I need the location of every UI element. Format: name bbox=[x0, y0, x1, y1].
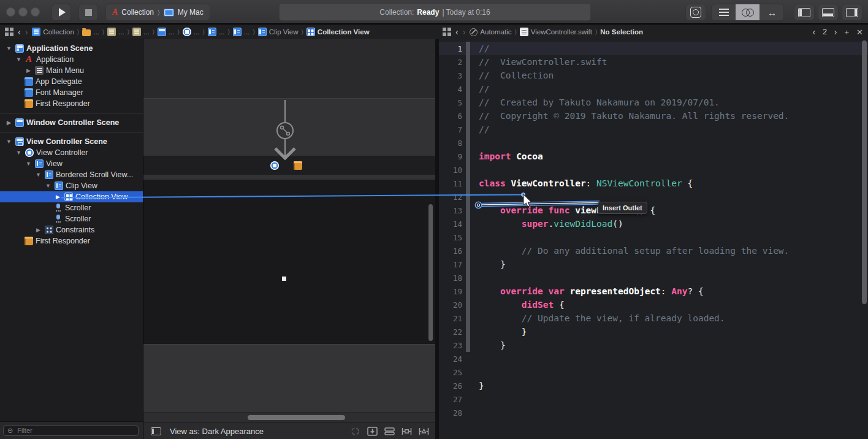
code-line[interactable]: 2// ViewController.swift bbox=[439, 55, 868, 69]
line-number[interactable]: 21 bbox=[439, 314, 466, 323]
line-number[interactable]: 10 bbox=[439, 166, 466, 175]
add-assistant-editor-button[interactable]: + bbox=[845, 28, 850, 37]
forward-button[interactable]: › bbox=[463, 27, 466, 37]
line-number[interactable]: 15 bbox=[439, 233, 466, 242]
toggle-debug-area-button[interactable] bbox=[818, 4, 839, 21]
code-line[interactable]: 11class ViewController: NSViewController… bbox=[439, 177, 868, 190]
back-button[interactable]: ‹ bbox=[455, 27, 459, 37]
add-constraints-icon[interactable] bbox=[402, 427, 412, 436]
outline-row-view-controller[interactable]: ▼View Controller bbox=[0, 147, 143, 158]
minimize-window-button[interactable] bbox=[18, 7, 28, 17]
outline-row-constraints[interactable]: ▶Constraints bbox=[0, 224, 143, 235]
outline-row-main-menu[interactable]: ▶Main Menu bbox=[0, 65, 143, 76]
line-number[interactable]: 18 bbox=[439, 273, 466, 283]
version-editor-button[interactable]: ↔ bbox=[760, 4, 783, 20]
disclosure-triangle-icon[interactable]: ▼ bbox=[5, 139, 13, 145]
outline-row-app-delegate[interactable]: App Delegate bbox=[0, 76, 143, 87]
outline-row-window-controller-scene[interactable]: ▶Window Controller Scene bbox=[0, 117, 143, 128]
code-line[interactable]: 21 // Update the view, if already loaded… bbox=[439, 311, 868, 325]
assistant-editor-button[interactable] bbox=[736, 4, 760, 20]
disclosure-triangle-icon[interactable]: ▼ bbox=[34, 172, 42, 178]
outline-row-clip-view[interactable]: ▼Clip View bbox=[0, 180, 143, 191]
line-number[interactable]: 25 bbox=[439, 368, 466, 377]
line-number[interactable]: 7 bbox=[439, 125, 466, 134]
disclosure-triangle-icon[interactable]: ▼ bbox=[25, 161, 32, 167]
disclosure-triangle-icon[interactable]: ▼ bbox=[5, 45, 13, 52]
align-constraints-icon[interactable] bbox=[419, 427, 429, 436]
code-line[interactable]: 10 bbox=[439, 163, 868, 177]
breadcrumb-item[interactable]: ... bbox=[132, 28, 150, 36]
disclosure-triangle-icon[interactable]: ▼ bbox=[15, 150, 23, 156]
line-number[interactable]: 12 bbox=[439, 193, 466, 202]
breadcrumb-item[interactable]: Automatic bbox=[470, 28, 511, 36]
code-line[interactable]: 7// bbox=[439, 123, 868, 136]
adjust-for-device-icon[interactable] bbox=[367, 427, 378, 436]
line-number[interactable]: 22 bbox=[439, 327, 466, 337]
code-line[interactable]: 24 bbox=[439, 352, 868, 365]
close-assistant-editor-button[interactable]: ✕ bbox=[856, 28, 863, 37]
breadcrumb-item[interactable]: ... bbox=[183, 28, 200, 36]
outline-row-first-responder[interactable]: First Responder bbox=[0, 98, 143, 109]
code-line[interactable]: 15 bbox=[439, 231, 868, 244]
code-line[interactable]: 18 bbox=[439, 271, 868, 284]
line-number[interactable]: 28 bbox=[439, 408, 466, 418]
outline-row-scroller[interactable]: Scroller bbox=[0, 213, 143, 224]
filter-input[interactable] bbox=[16, 426, 134, 435]
code-line[interactable]: 20 didSet { bbox=[439, 298, 868, 311]
library-button[interactable] bbox=[685, 4, 706, 21]
outline-row-first-responder[interactable]: First Responder bbox=[0, 235, 143, 246]
code-line[interactable]: 8 bbox=[439, 136, 868, 150]
line-number[interactable]: 13 bbox=[439, 206, 466, 215]
code-line[interactable]: 13 override func viewDidLoad() { bbox=[439, 204, 868, 217]
outline-row-font-manager[interactable]: Font Manager bbox=[0, 87, 143, 98]
code-line[interactable]: 27 bbox=[439, 392, 868, 406]
zoom-window-button[interactable] bbox=[31, 7, 40, 17]
disclosure-triangle-icon[interactable]: ▼ bbox=[15, 56, 23, 63]
breadcrumb-item[interactable]: ... bbox=[158, 28, 175, 36]
view-controller-view[interactable] bbox=[143, 180, 435, 344]
line-number[interactable]: 20 bbox=[439, 300, 466, 310]
view-as-button[interactable]: View as: Dark Appearance bbox=[170, 427, 264, 436]
outline-row-view[interactable]: ▼View bbox=[0, 158, 143, 169]
outline-row-view-controller-scene[interactable]: ▼View Controller Scene bbox=[0, 136, 143, 147]
scheme-selector[interactable]: A Collection 〉 My Mac bbox=[105, 4, 210, 21]
line-number[interactable]: 27 bbox=[439, 395, 466, 404]
hide-document-outline-button[interactable] bbox=[151, 427, 161, 435]
breadcrumb-item[interactable]: Collection bbox=[32, 28, 74, 36]
dock-view-controller-icon[interactable] bbox=[270, 161, 279, 170]
disclosure-triangle-icon[interactable]: ▶ bbox=[25, 67, 32, 74]
disclosure-triangle-icon[interactable]: ▼ bbox=[44, 183, 52, 189]
outline-row-application-scene[interactable]: ▼Application Scene bbox=[0, 43, 143, 54]
code-line[interactable]: 25 bbox=[439, 365, 868, 379]
line-number[interactable]: 6 bbox=[439, 112, 466, 121]
code-line[interactable]: 17 } bbox=[439, 258, 868, 271]
line-number[interactable]: 19 bbox=[439, 287, 466, 296]
canvas-horizontal-scrollbar[interactable] bbox=[248, 415, 345, 420]
code-line[interactable]: 23 } bbox=[439, 338, 868, 352]
line-number[interactable]: 8 bbox=[439, 139, 466, 148]
code-line[interactable]: 22 } bbox=[439, 325, 868, 338]
line-number[interactable]: 2 bbox=[439, 58, 466, 67]
filter-field[interactable]: ⊝ bbox=[3, 426, 139, 436]
disclosure-triangle-icon[interactable]: ▶ bbox=[54, 194, 62, 200]
code-line[interactable]: 9import Cocoa bbox=[439, 150, 868, 163]
toggle-navigator-button[interactable] bbox=[794, 4, 815, 21]
outline-row-application[interactable]: ▼Application bbox=[0, 54, 143, 65]
line-number[interactable]: 26 bbox=[439, 381, 466, 391]
breadcrumb-item[interactable]: Collection View bbox=[306, 28, 370, 36]
source-editor[interactable]: 1//2// ViewController.swift3// Collectio… bbox=[439, 39, 868, 439]
back-button[interactable]: ‹ bbox=[18, 27, 21, 37]
update-frames-icon[interactable] bbox=[350, 427, 360, 436]
code-line[interactable]: 28 bbox=[439, 406, 868, 419]
disclosure-triangle-icon[interactable]: ▶ bbox=[34, 227, 42, 233]
code-line[interactable]: 26} bbox=[439, 379, 868, 392]
disclosure-triangle-icon[interactable]: ▶ bbox=[5, 120, 13, 126]
code-line[interactable]: 1// bbox=[439, 42, 868, 55]
embed-in-stack-icon[interactable] bbox=[384, 427, 395, 436]
stop-button[interactable] bbox=[78, 4, 98, 21]
collection-view-item[interactable] bbox=[282, 277, 286, 281]
breadcrumb-item[interactable]: Clip View bbox=[258, 28, 299, 36]
code-line[interactable]: 4// bbox=[439, 82, 868, 96]
code-line[interactable]: 16 // Do any additional setup after load… bbox=[439, 244, 868, 258]
breadcrumb-item[interactable]: ... bbox=[208, 28, 225, 36]
